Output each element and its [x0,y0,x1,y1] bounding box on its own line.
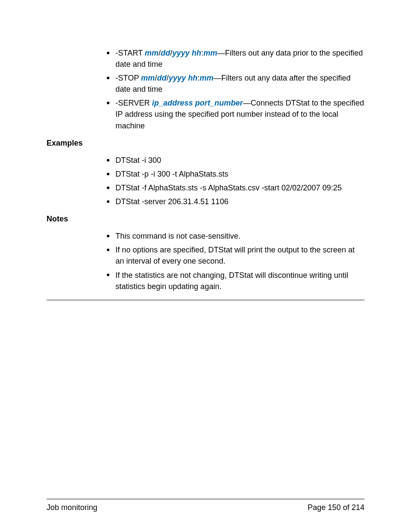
param-keyword: mm [203,49,217,57]
example-item: DTStat -i 300 [115,155,364,166]
note-item: If no options are specified, DTStat will… [115,244,364,267]
notes-content-row: This command is not case-sensitive.If no… [47,230,364,294]
page-content: -START mm/dd/yyyy hh:mm—Filters out any … [0,0,411,501]
param-keyword: yyyy hh [168,74,197,82]
example-item: DTStat -server 206.31.4.51 1106 [115,196,364,207]
footer-rule [47,499,364,499]
note-item: This command is not case-sensitive. [115,230,364,242]
param-keyword: ip_address port_number [152,99,243,107]
param-keyword: dd [157,74,166,82]
section-end-rule [47,300,364,300]
options-list: -START mm/dd/yyyy hh:mm—Filters out any … [103,47,364,131]
examples-row: Examples [47,137,364,149]
option-item: -STOP mm/dd/yyyy hh:mm—Filters out any d… [115,72,364,95]
param-keyword: yyyy hh [172,49,201,57]
param-keyword: mm [141,74,155,82]
examples-content-row: DTStat -i 300DTStat -p -i 300 -t AlphaSt… [47,155,364,210]
param-keyword: mm [199,74,213,82]
notes-list: This command is not case-sensitive.If no… [103,230,364,292]
param-keyword: mm [145,49,159,57]
examples-label: Examples [47,137,103,149]
option-item: -START mm/dd/yyyy hh:mm—Filters out any … [115,47,364,70]
example-item: DTStat -f AlphaStats.sts -s AlphaStats.c… [115,182,364,193]
notes-label: Notes [47,212,103,224]
page-footer: Job monitoring Page 150 of 214 [47,503,364,512]
param-keyword: dd [161,49,170,57]
footer-left: Job monitoring [47,503,97,512]
footer-right: Page 150 of 214 [308,503,364,512]
example-item: DTStat -p -i 300 -t AlphaStats.sts [115,168,364,180]
options-row: -START mm/dd/yyyy hh:mm—Filters out any … [47,47,364,134]
option-item: -SERVER ip_address port_number—Connects … [115,97,364,131]
note-item: If the statistics are not changing, DTSt… [115,270,364,292]
notes-row: Notes [47,212,364,224]
examples-list: DTStat -i 300DTStat -p -i 300 -t AlphaSt… [103,155,364,207]
